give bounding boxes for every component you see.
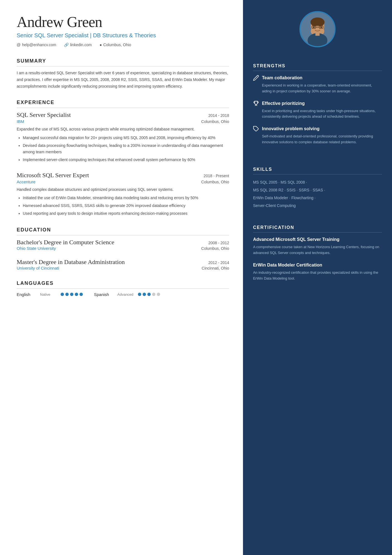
- avatar: [299, 11, 336, 47]
- skills-line-4: Server-Client Computing: [253, 202, 382, 209]
- lang-level-spanish: Advanced: [117, 292, 134, 297]
- strength-item-3: Innovative problem solving Self-motivate…: [253, 126, 382, 145]
- strength-desc-3: Self-motivated and detail-oriented profe…: [253, 134, 382, 145]
- edu-dates-2: 2012 - 2014: [208, 260, 229, 265]
- job-location-2: Columbus, Ohio: [201, 180, 229, 184]
- cert-item-1: Advanced Microsoft SQL Server Training A…: [253, 236, 382, 256]
- job-location-1: Columbus, Ohio: [201, 119, 229, 124]
- experience-item-1: SQL Server Specialist 2014 - 2018 IBM Co…: [17, 111, 229, 163]
- education-item-2: Master's Degree in Database Administrati…: [17, 258, 229, 270]
- edu-location-2: Cincinnati, Ohio: [202, 266, 229, 270]
- cert-desc-2: An industry-recognized certification tha…: [253, 270, 382, 282]
- job-title-1: SQL Server Specialist: [17, 111, 71, 119]
- header-section: Andrew Green Senior SQL Server Specialis…: [17, 13, 229, 47]
- experience-section: EXPERIENCE SQL Server Specialist 2014 - …: [17, 100, 229, 217]
- dot: [143, 293, 146, 296]
- language-item-spanish: Spanish Advanced: [94, 292, 160, 297]
- experience-item-2: Microsoft SQL Server Expert 2018 - Prese…: [17, 172, 229, 217]
- linkedin-value: linkedin.com: [70, 43, 92, 47]
- lang-dots-spanish: [138, 293, 160, 296]
- bullet-item: Implemented server-client computing tech…: [23, 157, 229, 163]
- dot: [152, 293, 155, 296]
- edu-header-2: Master's Degree in Database Administrati…: [17, 258, 229, 266]
- skills-line-1: MS SQL 2005 · MS SQL 2008 ·: [253, 178, 382, 186]
- cert-name-1: Advanced Microsoft SQL Server Training: [253, 236, 382, 243]
- strength-item-1: Team collaboration Experienced in workin…: [253, 75, 382, 94]
- education-section: EDUCATION Bachelor's Degree in Computer …: [17, 227, 229, 270]
- cert-item-2: ErWin Data Modeler Certification An indu…: [253, 262, 382, 282]
- skills-line-3: ErWin Data Modeler · Flowcharting ·: [253, 194, 382, 202]
- resume-container: Andrew Green Senior SQL Server Specialis…: [0, 0, 392, 555]
- email-icon: @: [17, 43, 21, 47]
- cert-desc-1: A comprehensive course taken at New Hori…: [253, 244, 382, 256]
- strengths-title: STRENGTHS: [253, 63, 382, 71]
- pencil-icon: [253, 75, 259, 81]
- summary-section: SUMMARY I am a results-oriented SQL Serv…: [17, 58, 229, 90]
- email-value: help@enhancv.com: [22, 43, 56, 47]
- puzzle-icon: [253, 126, 259, 132]
- summary-title: SUMMARY: [17, 58, 229, 66]
- avatar-section: [243, 0, 392, 56]
- edu-sub-1: Ohio State University Columbus, Ohio: [17, 246, 229, 251]
- strength-desc-2: Excel in prioritizing and executing task…: [253, 108, 382, 120]
- certification-section: CERTIFICATION Advanced Microsoft SQL Ser…: [243, 217, 392, 295]
- lang-name-english: English: [17, 292, 36, 297]
- job-bullets-2: Initiated the use of ErWin Data Modeler,…: [17, 195, 229, 217]
- strengths-section: STRENGTHS Team collaboration Experienced…: [243, 56, 392, 159]
- job-bullets-1: Managed successful data migration for 20…: [17, 135, 229, 163]
- strength-item-2: Effective prioritizing Excel in prioriti…: [253, 100, 382, 120]
- bullet-item: Initiated the use of ErWin Data Modeler,…: [23, 195, 229, 201]
- dot: [157, 293, 160, 296]
- strength-header-3: Innovative problem solving: [253, 126, 382, 132]
- svg-point-10: [320, 26, 322, 28]
- education-item-1: Bachelor's Degree in Computer Science 20…: [17, 239, 229, 251]
- linkedin-icon: 🔗: [64, 43, 69, 47]
- skills-title: SKILLS: [253, 167, 382, 174]
- edu-sub-2: University of Cincinnati Cincinnati, Ohi…: [17, 266, 229, 270]
- job-desc-2: Handled complex database structures and …: [17, 186, 229, 193]
- summary-text: I am a results-oriented SQL Server Speci…: [17, 70, 229, 90]
- experience-title: EXPERIENCE: [17, 100, 229, 108]
- dot: [138, 293, 141, 296]
- certification-title: CERTIFICATION: [253, 225, 382, 233]
- bullet-item: Used reporting and query tools to design…: [23, 210, 229, 217]
- svg-point-9: [313, 26, 315, 28]
- strength-name-3: Innovative problem solving: [262, 126, 319, 131]
- dot: [75, 293, 78, 296]
- exp-header-2: Microsoft SQL Server Expert 2018 - Prese…: [17, 172, 229, 179]
- dot: [80, 293, 83, 296]
- email-contact: @ help@enhancv.com: [17, 43, 56, 47]
- languages-title: LANGUAGES: [17, 280, 229, 289]
- strength-name-1: Team collaboration: [262, 75, 302, 80]
- lang-name-spanish: Spanish: [94, 292, 113, 297]
- skills-section: SKILLS MS SQL 2005 · MS SQL 2008 · MS SQ…: [243, 159, 392, 217]
- left-column: Andrew Green Senior SQL Server Specialis…: [0, 0, 243, 555]
- language-item-english: English Native: [17, 292, 83, 297]
- edu-header-1: Bachelor's Degree in Computer Science 20…: [17, 239, 229, 246]
- exp-sub-1: IBM Columbus, Ohio: [17, 119, 229, 124]
- bullet-item: Harnessed advanced SSIS, SSRS, SSAS skil…: [23, 203, 229, 209]
- dot: [65, 293, 69, 296]
- job-desc-1: Expanded the use of MS SQL across variou…: [17, 126, 229, 132]
- lang-level-english: Native: [40, 292, 57, 297]
- linkedin-contact: 🔗 linkedin.com: [64, 43, 92, 47]
- dot: [61, 293, 64, 296]
- job-dates-2: 2018 - Present: [204, 174, 229, 178]
- company-1: IBM: [17, 119, 24, 124]
- bullet-item: Devised data processing flowcharting tec…: [23, 142, 229, 156]
- dot: [147, 293, 151, 296]
- location-icon: ●: [100, 43, 102, 47]
- svg-point-2: [311, 18, 325, 27]
- languages-row: English Native Spanish Advanced: [17, 292, 229, 297]
- school-1: Ohio State University: [17, 246, 56, 251]
- exp-header-1: SQL Server Specialist 2014 - 2018: [17, 111, 229, 119]
- cert-name-2: ErWin Data Modeler Certification: [253, 262, 382, 268]
- languages-section: LANGUAGES English Native Spanish Advanc: [17, 280, 229, 297]
- lang-dots-english: [61, 293, 83, 296]
- edu-dates-1: 2008 - 2012: [208, 241, 229, 245]
- degree-2: Master's Degree in Database Administrati…: [17, 258, 125, 266]
- strength-desc-1: Experienced in working in a cooperative,…: [253, 83, 382, 94]
- dot: [70, 293, 73, 296]
- degree-1: Bachelor's Degree in Computer Science: [17, 239, 114, 246]
- edu-location-1: Columbus, Ohio: [201, 246, 229, 251]
